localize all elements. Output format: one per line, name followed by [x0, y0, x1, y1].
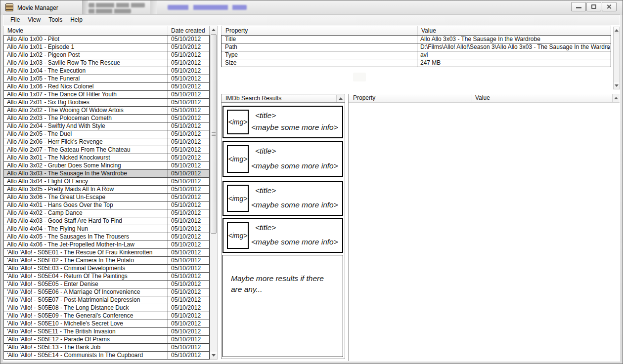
column-header-movie[interactable]: Movie — [4, 26, 168, 35]
movie-row[interactable]: 'Allo 'Allo! - S05E09 - The General's Co… — [4, 312, 209, 320]
movie-row[interactable]: Allo Allo 1x02 - Pigeon Post05/10/2012 — [4, 51, 209, 59]
movie-row[interactable]: 'Allo 'Allo! - S05E04 - Return Of The Pa… — [4, 273, 209, 281]
movie-row[interactable]: Allo Allo 3x02 - Gruber Does Some Mincin… — [4, 162, 209, 170]
menu-item-help[interactable]: Help — [66, 15, 87, 25]
movie-title-cell: Allo Allo 2x02 - The Wooing Of Widow Art… — [4, 107, 168, 114]
title-bar[interactable]: Movie Manager — [0, 0, 623, 15]
scrollbar-grip-icon — [212, 132, 216, 136]
movie-row[interactable]: Allo Allo 2x01 - Six Big Boobies05/10/20… — [4, 99, 209, 107]
date-created-cell: 05/10/2012 — [168, 154, 209, 162]
date-created-cell: 05/10/2012 — [168, 59, 209, 67]
details-scrollbar[interactable] — [613, 27, 620, 89]
movie-row[interactable]: 'Allo 'Allo! - S05E07 - Post-Matrimonial… — [4, 296, 209, 304]
blurred-background-edge — [82, 0, 88, 15]
detail-row-path[interactable]: PathD:\Films\Allo! Allo!\Season 3\Allo A… — [222, 43, 611, 51]
detail-row-type[interactable]: Typeavi — [222, 51, 611, 59]
details-scroll-down-button[interactable] — [614, 82, 620, 89]
imdb-result-card[interactable]: <img><title><maybe some more info> — [222, 106, 343, 138]
menu-item-view[interactable]: View — [24, 15, 44, 25]
movie-row[interactable]: Allo Allo 1x05 - The Funeral05/10/2012 — [4, 75, 209, 83]
movie-row[interactable]: Allo Allo 4x04 - The Flying Nun05/10/201… — [4, 225, 209, 233]
movie-row[interactable]: Allo Allo 1x01 - Episode 105/10/2012 — [4, 43, 209, 51]
movie-row[interactable]: 'Allo 'Allo! - S05E06 - A Marriage Of In… — [4, 288, 209, 296]
movie-row[interactable]: Allo Allo 2x02 - The Wooing Of Widow Art… — [4, 107, 209, 115]
blurred-background-edge-2 — [150, 0, 157, 15]
movie-title-cell: 'Allo 'Allo! - S05E13 - The Bank Job — [4, 344, 168, 351]
value-cell: D:\Films\Allo! Allo!\Season 3\Allo Allo … — [417, 43, 611, 51]
movie-list-scrollbar-thumb[interactable] — [211, 34, 217, 234]
movie-row[interactable]: Allo Allo 1x00 - Pilot05/10/2012 — [4, 36, 209, 43]
movie-row[interactable]: Allo Allo 4x01 - Hans Goes Over the Top0… — [4, 202, 209, 209]
movie-row[interactable]: 'Allo 'Allo! - S05E10 - Michelle's Secre… — [4, 320, 209, 328]
movie-title-cell: Allo Allo 1x02 - Pigeon Post — [4, 51, 168, 59]
movie-row[interactable]: 'Allo 'Allo! - S05E05 - Enter Denise05/1… — [4, 281, 209, 288]
movie-row[interactable]: 'Allo 'Allo! - S05E14 - Communists In Th… — [4, 352, 209, 360]
imdb-scroll-up-button[interactable] — [336, 95, 344, 102]
imdb-result-card[interactable]: <img><title><maybe some more info> — [222, 218, 343, 253]
blurred-background-text-blue — [168, 5, 247, 10]
column-header-date-created[interactable]: Date created — [168, 26, 209, 35]
movie-title-cell: Allo Allo 3x03 - The Sausage In the Ward… — [4, 170, 168, 177]
movie-row[interactable]: Allo Allo 2x03 - The Poloceman Cometh05/… — [4, 115, 209, 122]
scroll-up-icon — [339, 97, 343, 100]
result-image-placeholder: <img> — [227, 110, 249, 134]
imdb-result-card[interactable]: <img><title><maybe some more info> — [222, 141, 343, 177]
movie-row[interactable]: 'Allo 'Allo! - S05E01 - The Rescue Of Fr… — [4, 249, 209, 257]
scroll-down-icon — [212, 354, 216, 357]
movie-row[interactable]: Allo Allo 1x04 - The Execution05/10/2012 — [4, 67, 209, 75]
movie-row[interactable]: 'Allo 'Allo! - S05E12 - Parade Of Prams0… — [4, 336, 209, 344]
app-icon — [5, 3, 13, 11]
movie-list-scrollbar[interactable] — [210, 26, 218, 360]
minimize-button[interactable] — [571, 2, 586, 11]
close-icon — [606, 4, 612, 9]
movie-row[interactable]: Allo Allo 4x02 - Camp Dance05/10/2012 — [4, 209, 209, 217]
menu-bar: FileViewToolsHelp — [3, 15, 620, 25]
date-created-cell: 05/10/2012 — [168, 296, 209, 304]
column-header-property[interactable]: Property — [349, 94, 472, 102]
movie-row[interactable]: 'Allo 'Allo! - S05E03 - Criminal Develop… — [4, 265, 209, 273]
details-scroll-up-button[interactable] — [614, 27, 620, 34]
detail-row-title[interactable]: TitleAllo Allo 3x03 - The Sausage In the… — [222, 36, 611, 43]
movie-list-scroll-down-button[interactable] — [210, 352, 217, 359]
movie-row[interactable]: Allo Allo 2x07 - The Gateau From The Cha… — [4, 146, 209, 154]
property-cell: Type — [222, 51, 417, 59]
menu-item-tools[interactable]: Tools — [44, 15, 66, 25]
maximize-button[interactable] — [586, 2, 601, 11]
movie-row[interactable]: Allo Allo 1x07 - The Dance Of Hitler You… — [4, 91, 209, 99]
column-header-property[interactable]: Property — [222, 26, 417, 35]
close-button[interactable] — [602, 2, 617, 11]
movie-row[interactable]: Allo Allo 4x03 - Good Staff Are Hard To … — [4, 217, 209, 225]
menu-item-file[interactable]: File — [6, 15, 24, 25]
movie-row[interactable]: 'Allo 'Allo! - S05E02 - The Camera In Th… — [4, 257, 209, 265]
date-created-cell: 05/10/2012 — [168, 202, 209, 209]
movie-row[interactable]: 'Allo 'Allo! - S05E11 - The British Inva… — [4, 328, 209, 336]
movie-title-cell: Allo Allo 2x07 - The Gateau From The Cha… — [4, 146, 168, 154]
movie-list-scroll-up-button[interactable] — [210, 26, 217, 34]
movie-row[interactable]: 'Allo 'Allo! - S05E13 - The Bank Job05/1… — [4, 344, 209, 352]
date-created-cell: 05/10/2012 — [168, 241, 209, 248]
column-header-value[interactable]: Value — [472, 94, 612, 102]
movie-title-cell: Allo Allo 1x03 - Saville Row To The Resc… — [4, 59, 168, 67]
imdb-result-card[interactable]: <img><title><maybe some more info> — [222, 181, 343, 216]
movie-row[interactable]: Allo Allo 3x05 - Pretty Maids All In A R… — [4, 186, 209, 194]
movie-title-cell: 'Allo 'Allo! - S05E06 - A Marriage Of In… — [4, 288, 168, 296]
date-created-cell: 05/10/2012 — [168, 75, 209, 82]
detail-row-size[interactable]: Size247 MB — [222, 59, 611, 67]
movie-title-cell: 'Allo 'Allo! - S05E03 - Criminal Develop… — [4, 265, 168, 272]
movie-row[interactable]: Allo Allo 1x06 - Red Nics Colonel05/10/2… — [4, 83, 209, 91]
imdb-results-header[interactable]: IMDb Search Results — [221, 94, 345, 103]
movie-row[interactable]: Allo Allo 4x06 - The Jet-Propelled Mothe… — [4, 241, 209, 249]
date-created-cell: 05/10/2012 — [168, 146, 209, 154]
movie-row[interactable]: Allo Allo 1x03 - Saville Row To The Resc… — [4, 59, 209, 67]
movie-row[interactable]: Allo Allo 3x06 - The Great Un-Escape05/1… — [4, 194, 209, 202]
movie-row-selected[interactable]: Allo Allo 3x03 - The Sausage In the Ward… — [4, 170, 209, 178]
properties-scroll-up-button[interactable] — [612, 94, 620, 102]
movie-row[interactable]: Allo Allo 3x01 - The Nicked Knockwurst05… — [4, 154, 209, 162]
movie-row[interactable]: Allo Allo 2x04 - Swiftly And With Style0… — [4, 122, 209, 130]
movie-row[interactable]: Allo Allo 2x05 - The Duel05/10/2012 — [4, 130, 209, 138]
movie-row[interactable]: 'Allo 'Allo! - S05E08 - The Long Distanc… — [4, 304, 209, 312]
movie-row[interactable]: Allo Allo 4x05 - The Sausages In The Tro… — [4, 233, 209, 241]
column-header-value[interactable]: Value — [417, 26, 611, 35]
movie-row[interactable]: Allo Allo 2x06 - Herr Flick's Revenge05/… — [4, 138, 209, 146]
movie-row[interactable]: Allo Allo 3x04 - Flight Of Fancy05/10/20… — [4, 178, 209, 186]
